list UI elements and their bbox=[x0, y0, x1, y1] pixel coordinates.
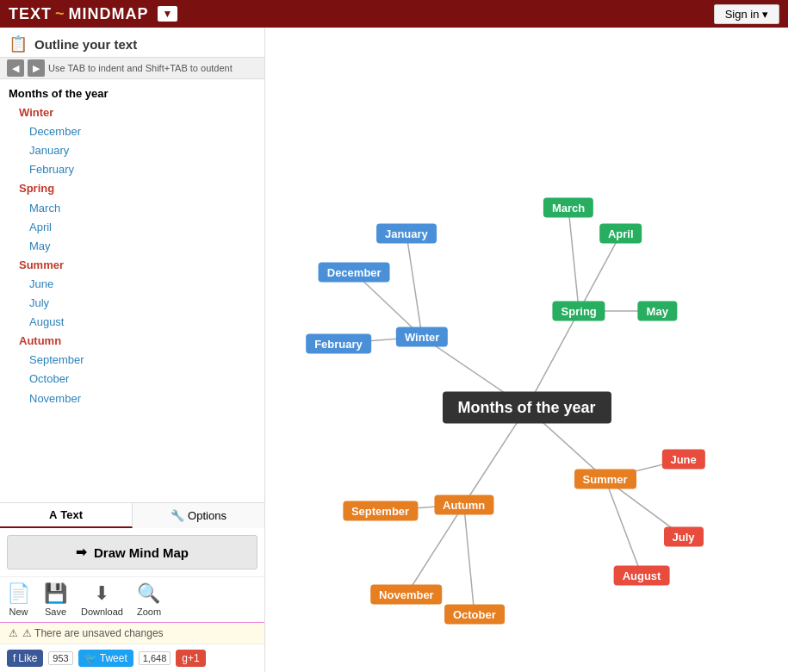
outline-item[interactable]: Winter bbox=[9, 103, 256, 122]
mindmap-node-february[interactable]: February bbox=[306, 333, 371, 353]
outline-item[interactable]: July bbox=[9, 294, 256, 313]
outline-title: Outline your text bbox=[34, 37, 137, 52]
mindmap-node-spring[interactable]: Spring bbox=[553, 302, 605, 321]
logo-separator: ~ bbox=[55, 5, 65, 23]
like-count: 953 bbox=[48, 651, 72, 665]
tweet-count: 1,648 bbox=[139, 651, 171, 665]
social-row: f Like 953 🐦 Tweet 1,648 g+1 bbox=[0, 644, 264, 672]
mindmap-node-winter[interactable]: Winter bbox=[396, 327, 448, 347]
mindmap-edge bbox=[579, 233, 621, 311]
signin-button[interactable]: Sign in ▾ bbox=[714, 4, 779, 24]
mindmap-panel: Months of the yearWinterSpringSummerAutu… bbox=[265, 28, 788, 672]
new-icon: 📄 bbox=[7, 582, 30, 605]
mindmap-node-october[interactable]: October bbox=[444, 604, 505, 624]
outline-item[interactable]: Spring bbox=[9, 179, 256, 198]
outline-item[interactable]: May bbox=[9, 237, 256, 256]
save-icon: 💾 bbox=[44, 582, 67, 605]
text-editor[interactable]: Months of the yearWinterDecemberJanuaryF… bbox=[0, 79, 264, 502]
main-layout: 📋 Outline your text ◀ ▶ Use TAB to inden… bbox=[0, 28, 788, 672]
mindmap-node-april[interactable]: April bbox=[599, 224, 642, 244]
outline-icon: 📋 bbox=[9, 34, 28, 53]
outline-item[interactable]: February bbox=[9, 160, 256, 179]
download-tool[interactable]: ⬇ Download bbox=[81, 582, 123, 617]
outline-item[interactable]: September bbox=[9, 351, 256, 370]
outline-item[interactable]: October bbox=[9, 370, 256, 389]
unsaved-message: ⚠ ⚠ There are unsaved changes bbox=[0, 622, 264, 644]
mindmap-node-june[interactable]: June bbox=[661, 450, 704, 470]
mindmap-node-autumn[interactable]: Autumn bbox=[434, 495, 493, 514]
tab-options[interactable]: 🔧 Options bbox=[133, 503, 264, 528]
mindmap-edge bbox=[568, 208, 579, 311]
mindmap-node-may[interactable]: May bbox=[638, 302, 677, 321]
logo-brand: MINDMAP bbox=[69, 5, 149, 23]
warning-icon: ⚠ bbox=[9, 627, 18, 639]
tab-hint: Use TAB to indent and Shift+TAB to outde… bbox=[48, 63, 233, 73]
save-tool[interactable]: 💾 Save bbox=[44, 582, 67, 617]
outline-item[interactable]: Months of the year bbox=[9, 84, 256, 103]
outline-item[interactable]: November bbox=[9, 389, 256, 408]
tabs-row: A Text 🔧 Options bbox=[0, 502, 264, 528]
fb-icon: f bbox=[13, 652, 16, 664]
outline-item[interactable]: August bbox=[9, 313, 256, 332]
mindmap-edge bbox=[464, 505, 475, 614]
twitter-tweet-button[interactable]: 🐦 Tweet bbox=[78, 650, 133, 667]
draw-mindmap-button[interactable]: ➡ Draw Mind Map bbox=[7, 535, 257, 569]
tw-icon: 🐦 bbox=[84, 652, 97, 664]
indent-button[interactable]: ▶ bbox=[28, 59, 45, 77]
gplus-button[interactable]: g+1 bbox=[176, 650, 205, 667]
tab-text[interactable]: A Text bbox=[0, 503, 133, 528]
options-icon: 🔧 bbox=[171, 509, 184, 522]
left-panel: 📋 Outline your text ◀ ▶ Use TAB to inden… bbox=[0, 28, 265, 672]
bottom-toolbar: 📄 New 💾 Save ⬇ Download 🔍 Zoom bbox=[0, 576, 264, 622]
download-icon: ⬇ bbox=[94, 582, 109, 605]
logo-dropdown-button[interactable]: ▼ bbox=[158, 6, 178, 22]
outline-item[interactable]: April bbox=[9, 218, 256, 237]
mindmap-node-july[interactable]: July bbox=[664, 526, 704, 546]
zoom-tool[interactable]: 🔍 Zoom bbox=[137, 582, 161, 617]
app-logo: TEXT ~ MINDMAP bbox=[9, 5, 149, 23]
new-tool[interactable]: 📄 New bbox=[7, 582, 30, 617]
mindmap-node-summer[interactable]: Summer bbox=[574, 469, 636, 488]
mindmap-root-node[interactable]: Months of the year bbox=[442, 392, 611, 424]
arrow-icon: ➡ bbox=[76, 544, 87, 560]
outline-header: 📋 Outline your text bbox=[0, 28, 264, 57]
logo-text: TEXT bbox=[9, 5, 52, 23]
mindmap-node-november[interactable]: November bbox=[370, 585, 443, 605]
mindmap-node-december[interactable]: December bbox=[319, 263, 390, 283]
mindmap-node-january[interactable]: January bbox=[376, 224, 437, 244]
mindmap-node-march[interactable]: March bbox=[543, 198, 593, 218]
outline-item[interactable]: January bbox=[9, 141, 256, 160]
zoom-icon: 🔍 bbox=[137, 582, 160, 605]
facebook-like-button[interactable]: f Like bbox=[7, 650, 43, 667]
outline-item[interactable]: Summer bbox=[9, 256, 256, 275]
outline-item[interactable]: December bbox=[9, 122, 256, 141]
mindmap-node-september[interactable]: September bbox=[343, 501, 418, 521]
outline-item[interactable]: March bbox=[9, 199, 256, 218]
indent-toolbar: ◀ ▶ Use TAB to indent and Shift+TAB to o… bbox=[0, 57, 264, 79]
text-icon: A bbox=[49, 508, 57, 521]
app-header: TEXT ~ MINDMAP ▼ Sign in ▾ bbox=[0, 0, 788, 28]
mindmap-edge bbox=[605, 479, 642, 576]
mindmap-edge bbox=[406, 233, 422, 337]
outline-item[interactable]: Autumn bbox=[9, 332, 256, 351]
outline-item[interactable]: June bbox=[9, 275, 256, 294]
mindmap-node-august[interactable]: August bbox=[614, 565, 670, 585]
outdent-button[interactable]: ◀ bbox=[7, 59, 24, 77]
